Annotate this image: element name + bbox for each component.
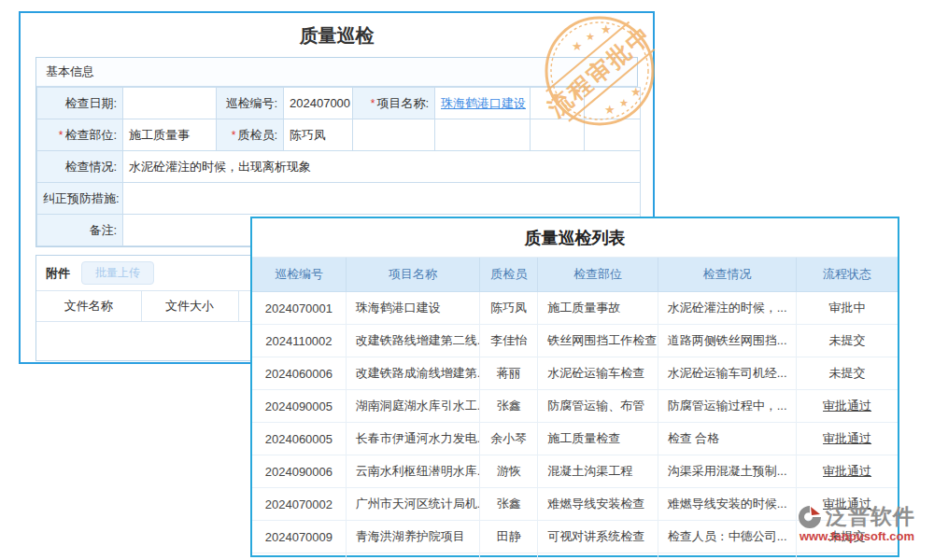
situation-label: 检查情况: bbox=[37, 151, 123, 183]
cell-project-name[interactable]: 青海洪湖养护院项目 bbox=[346, 521, 479, 553]
cell-patrol-no[interactable]: 2024110002 bbox=[252, 325, 346, 357]
cell-patrol-no[interactable]: 2024060006 bbox=[252, 357, 346, 390]
cell-check-part: 用水房间防水、防... bbox=[538, 553, 658, 560]
cell-project-name[interactable]: 珠海鹤港口建设 bbox=[346, 292, 479, 325]
table-row: 2024110002 改建铁路线增建第二线... 李佳怡 铁丝网围挡工作检查 道… bbox=[252, 325, 898, 357]
col-inspector: 质检员 bbox=[480, 258, 538, 292]
col-project-name: 项目名称 bbox=[346, 258, 479, 292]
cell-patrol-no[interactable]: 2024070009 bbox=[252, 521, 346, 553]
cell-situation: 检查人员：中德公司... bbox=[658, 521, 796, 553]
form-title: 质量巡检 bbox=[21, 13, 653, 57]
cell-project-name[interactable]: 成都能源建设集团投资... bbox=[346, 553, 479, 560]
status-badge[interactable]: 未提交 bbox=[797, 357, 898, 390]
status-badge[interactable]: 审批中 bbox=[797, 553, 898, 560]
list-header-row: 巡检编号 项目名称 质检员 检查部位 检查情况 流程状态 bbox=[252, 258, 898, 292]
cell-situation: 用水房间防水、防滑... bbox=[658, 553, 796, 560]
cell-inspector[interactable]: 陈巧凤 bbox=[480, 292, 538, 325]
empty-cell bbox=[585, 119, 641, 151]
cell-check-part: 铁丝网围挡工作检查 bbox=[538, 325, 658, 357]
project-name-field[interactable]: 珠海鹤港口建设 bbox=[435, 88, 531, 119]
cell-patrol-no[interactable]: 2024090005 bbox=[252, 390, 346, 423]
cell-project-name[interactable]: 改建铁路线增建第二线... bbox=[346, 325, 479, 357]
status-badge[interactable]: 审批通过 bbox=[797, 390, 898, 423]
status-badge[interactable]: 审批通过 bbox=[797, 423, 898, 455]
attachment-title: 附件 bbox=[46, 265, 70, 282]
cell-situation: 难燃导线安装的时候... bbox=[658, 488, 796, 521]
fanpu-logo-icon bbox=[798, 505, 822, 529]
cell-inspector[interactable]: 余小琴 bbox=[480, 423, 538, 455]
cell-situation: 沟渠采用混凝土预制... bbox=[658, 455, 796, 488]
vendor-logo: 泛普软件 www.fanpusoft.com bbox=[798, 502, 930, 543]
project-name-link[interactable]: 珠海鹤港口建设 bbox=[441, 96, 526, 110]
empty-cell bbox=[531, 88, 585, 119]
cell-inspector[interactable]: 蒋丽 bbox=[480, 357, 538, 390]
batch-upload-button[interactable]: 批量上传 bbox=[81, 261, 154, 285]
status-badge[interactable]: 审批中 bbox=[797, 292, 898, 325]
status-badge[interactable]: 审批通过 bbox=[797, 455, 898, 488]
situation-field[interactable]: 水泥砼灌注的时候，出现离析现象 bbox=[123, 151, 641, 183]
cell-project-name[interactable]: 广州市天河区统计局机... bbox=[346, 488, 479, 521]
basic-info-header: 基本信息 bbox=[36, 58, 637, 87]
col-status: 流程状态 bbox=[797, 258, 898, 292]
cell-check-part: 防腐管运输、布管 bbox=[538, 390, 658, 423]
vendor-name: 泛普软件 bbox=[826, 502, 915, 531]
check-date-label: 检查日期: bbox=[37, 88, 123, 119]
table-row: 2024090005 湖南洞庭湖水库引水工... 张鑫 防腐管运输、布管 防腐管… bbox=[252, 390, 898, 423]
table-row: 2024060006 改建铁路成渝线增建第... 蒋丽 水泥砼运输车检查 水泥砼… bbox=[252, 357, 898, 390]
cell-patrol-no[interactable]: 2024090006 bbox=[252, 455, 346, 488]
cell-check-part: 混凝土沟渠工程 bbox=[538, 455, 658, 488]
table-row: 2024070001 珠海鹤港口建设 陈巧凤 施工质量事故 水泥砼灌注的时候，.… bbox=[252, 292, 898, 325]
table-row: 2024060005 长春市伊通河水力发电... 余小琴 施工质量检查 检查 合… bbox=[252, 423, 898, 455]
required-star: * bbox=[232, 129, 236, 142]
col-check-part: 检查部位 bbox=[538, 258, 658, 292]
empty-cell bbox=[353, 119, 435, 151]
form-row-2: *检查部位: 施工质量事 *质检员: 陈巧凤 bbox=[37, 119, 641, 151]
cell-inspector[interactable]: 黄小强 bbox=[480, 553, 538, 560]
empty-cell bbox=[435, 119, 531, 151]
cell-project-name[interactable]: 湖南洞庭湖水库引水工... bbox=[346, 390, 479, 423]
table-row: 2024090006 云南水利枢纽潜明水库... 游恢 混凝土沟渠工程 沟渠采用… bbox=[252, 455, 898, 488]
patrol-no-field[interactable]: 202407000 bbox=[284, 88, 353, 119]
empty-cell bbox=[585, 88, 641, 119]
empty-cell bbox=[531, 119, 585, 151]
col-patrol-no: 巡检编号 bbox=[252, 258, 346, 292]
form-row-4: 纠正预防措施: bbox=[37, 183, 641, 215]
cell-patrol-no[interactable]: 2024060005 bbox=[252, 423, 346, 455]
cell-project-name[interactable]: 改建铁路成渝线增建第... bbox=[346, 357, 479, 390]
cell-situation: 水泥砼灌注的时候，... bbox=[658, 292, 796, 325]
cell-situation: 检查 合格 bbox=[658, 423, 796, 455]
inspector-label: *质检员: bbox=[217, 119, 284, 151]
cell-check-part: 难燃导线安装检查 bbox=[538, 488, 658, 521]
col-situation: 检查情况 bbox=[658, 258, 796, 292]
corrective-field[interactable] bbox=[123, 183, 641, 215]
cell-project-name[interactable]: 长春市伊通河水力发电... bbox=[346, 423, 479, 455]
cell-situation: 道路两侧铁丝网围挡... bbox=[658, 325, 796, 357]
required-star: * bbox=[59, 129, 64, 142]
cell-project-name[interactable]: 云南水利枢纽潜明水库... bbox=[346, 455, 479, 488]
cell-patrol-no[interactable]: 2024090016 bbox=[252, 553, 346, 560]
cell-check-part: 施工质量检查 bbox=[538, 423, 658, 455]
check-date-field[interactable] bbox=[123, 88, 217, 119]
remark-label: 备注: bbox=[37, 215, 123, 246]
cell-inspector[interactable]: 田静 bbox=[480, 521, 538, 553]
cell-inspector[interactable]: 李佳怡 bbox=[480, 325, 538, 357]
col-file-name: 文件名称 bbox=[36, 291, 141, 322]
patrol-no-label: 巡检编号: bbox=[217, 88, 284, 119]
cell-inspector[interactable]: 游恢 bbox=[480, 455, 538, 488]
inspector-field[interactable]: 陈巧凤 bbox=[284, 119, 353, 151]
check-part-label: *检查部位: bbox=[37, 119, 123, 151]
status-badge[interactable]: 未提交 bbox=[797, 325, 898, 357]
cell-inspector[interactable]: 张鑫 bbox=[480, 390, 538, 423]
cell-inspector[interactable]: 张鑫 bbox=[480, 488, 538, 521]
form-row-1: 检查日期: 巡检编号: 202407000 *项目名称: 珠海鹤港口建设 bbox=[37, 88, 641, 119]
cell-situation: 防腐管运输过程中，... bbox=[658, 390, 796, 423]
cell-check-part: 施工质量事故 bbox=[538, 292, 658, 325]
check-part-field[interactable]: 施工质量事 bbox=[123, 119, 217, 151]
cell-check-part: 水泥砼运输车检查 bbox=[538, 357, 658, 390]
cell-patrol-no[interactable]: 2024070002 bbox=[252, 488, 346, 521]
corrective-label: 纠正预防措施: bbox=[37, 183, 123, 215]
cell-patrol-no[interactable]: 2024070001 bbox=[252, 292, 346, 325]
project-name-label: *项目名称: bbox=[353, 88, 435, 119]
table-row: 2024090016 成都能源建设集团投资... 黄小强 用水房间防水、防...… bbox=[252, 553, 898, 560]
list-title: 质量巡检列表 bbox=[252, 218, 898, 258]
